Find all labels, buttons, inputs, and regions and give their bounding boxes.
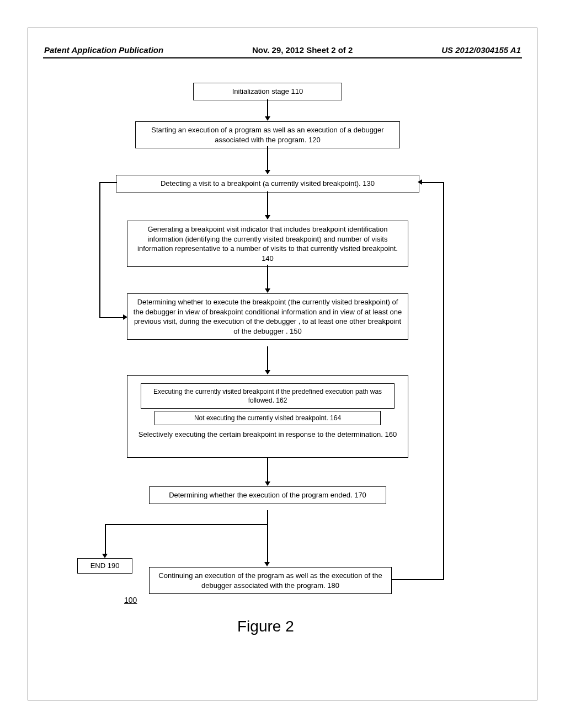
box-150: Determining whether to execute the break… (127, 293, 408, 340)
header-left: Patent Application Publication (44, 45, 163, 55)
line-to-180-v (267, 524, 268, 563)
arrow-130-140 (267, 191, 268, 219)
box-140: Generating a breakpoint visit indicator … (127, 221, 408, 267)
box-170-text: Determining whether the execution of the… (169, 491, 366, 499)
loop130-h2 (99, 317, 124, 318)
header-center: Nov. 29, 2012 Sheet 2 of 2 (252, 45, 353, 55)
box-170: Determining whether the execution of the… (149, 486, 386, 504)
box-190-text: END 190 (90, 561, 120, 570)
box-160-caption: Selectively executing the certain breakp… (132, 430, 403, 438)
header-right: US 2012/0304155 A1 (441, 45, 521, 55)
reference-100: 100 (124, 596, 137, 604)
line-170-split-h (105, 524, 268, 525)
loop130-h1 (99, 182, 117, 183)
box-160-text: Selectively executing the certain breakp… (138, 430, 397, 438)
page-header: Patent Application Publication Nov. 29, … (44, 45, 521, 55)
box-130-text: Detecting a visit to a breakpoint (a cur… (161, 179, 375, 188)
box-120-text: Starting an execution of a program as we… (151, 126, 383, 144)
figure-label: Figure 2 (237, 618, 294, 635)
arrow-140-150 (267, 265, 268, 292)
box-162-text: Executing the currently visited breakpoi… (153, 388, 382, 404)
box-190: END 190 (77, 558, 132, 574)
arrow-150-160 (267, 346, 268, 374)
box-130: Detecting a visit to a breakpoint (a cur… (116, 175, 419, 192)
box-164-text: Not executing the currently visited brea… (194, 414, 341, 422)
arrow-120-130 (267, 146, 268, 174)
box-164: Not executing the currently visited brea… (154, 411, 381, 425)
box-162: Executing the currently visited breakpoi… (141, 383, 395, 409)
line-170-split-v (267, 510, 268, 524)
box-150-text: Determining whether to execute the break… (134, 298, 402, 335)
line-to-end-v (105, 524, 106, 554)
box-110: Initialization stage 110 (193, 83, 342, 100)
loop130-v (99, 182, 100, 317)
box-120: Starting an execution of a program as we… (135, 121, 400, 148)
box-110-text: Initialization stage 110 (232, 87, 303, 95)
arrow-110-120 (267, 99, 268, 120)
arrow-to-end (102, 554, 108, 558)
arrow-loop-to-150 (123, 314, 127, 320)
arrow-160-170 (267, 458, 268, 485)
header-rule (43, 57, 522, 58)
box-180: Continuing an execution of the program a… (149, 567, 392, 594)
arrow-loop-to-130 (418, 179, 422, 185)
loop180-h1 (392, 579, 444, 580)
arrow-to-180 (264, 562, 270, 566)
loop180-h2 (422, 182, 444, 183)
box-180-text: Continuing an execution of the program a… (158, 571, 382, 590)
box-140-text: Generating a breakpoint visit indicator … (137, 225, 398, 263)
loop180-v (443, 182, 444, 580)
